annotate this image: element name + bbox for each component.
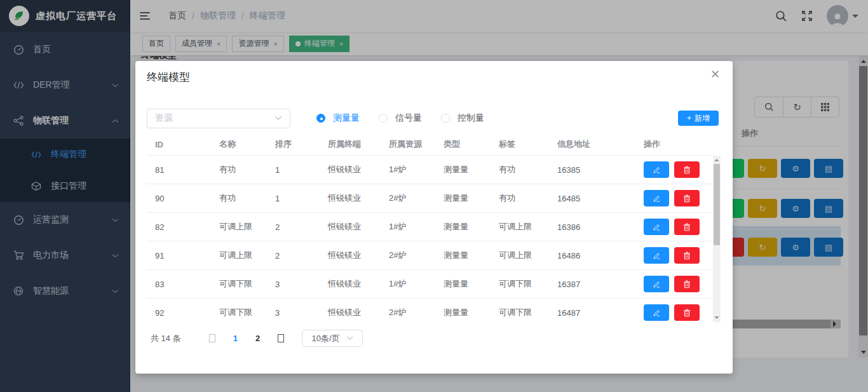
delete-button[interactable] <box>674 276 700 292</box>
radio-signal[interactable]: 信号量 <box>379 112 422 124</box>
table-cell: 16385 <box>557 165 644 175</box>
table-cell: 2#炉 <box>389 250 444 261</box>
table-cell: 1#炉 <box>389 278 444 290</box>
table-cell: 91 <box>155 251 219 260</box>
table-cell: 1#炉 <box>389 221 444 233</box>
resource-select[interactable]: 资源 <box>147 109 290 128</box>
table-cell: 1 <box>275 165 328 175</box>
table-cell: 测量量 <box>444 193 499 204</box>
delete-button[interactable] <box>674 190 700 206</box>
dialog-title: 终端模型 <box>147 70 190 84</box>
row-actions <box>644 247 712 264</box>
table-cell: 测量量 <box>444 221 499 233</box>
radio-measurement[interactable]: 测量量 <box>316 112 360 124</box>
plus-icon: + <box>687 114 691 123</box>
table-cell: 测量量 <box>444 307 499 318</box>
table-cell: 82 <box>155 222 219 232</box>
table-row: 90有功1恒锐镁业2#炉测量量有功16485 <box>147 184 712 213</box>
prev-page-button[interactable] <box>209 334 215 342</box>
page-number[interactable]: 1 <box>233 334 238 343</box>
table-cell: 2 <box>275 251 328 260</box>
table-cell: 有功 <box>499 164 557 175</box>
table-cell: 2 <box>275 222 328 232</box>
table-scrollbar[interactable] <box>713 156 721 322</box>
table-cell: 3 <box>275 308 328 318</box>
table-cell: 81 <box>155 165 219 175</box>
table-cell: 16485 <box>557 194 644 203</box>
table-row: 91可调上限2恒锐镁业2#炉测量量可调上限16486 <box>147 241 712 270</box>
scrollbar-thumb[interactable] <box>714 164 720 245</box>
table-cell: 可调下限 <box>219 278 275 290</box>
table-cell: 92 <box>155 308 219 318</box>
add-button-label: 新增 <box>695 113 710 124</box>
table-cell: 16386 <box>557 222 644 232</box>
column-header: 类型 <box>444 139 499 150</box>
column-header: 所属终端 <box>328 139 389 150</box>
edit-button[interactable] <box>644 276 669 292</box>
table-cell: 16387 <box>557 280 644 289</box>
scroll-up-icon[interactable] <box>713 156 721 163</box>
delete-button[interactable] <box>674 161 700 178</box>
edit-button[interactable] <box>644 247 669 264</box>
radio-icon <box>316 114 325 123</box>
add-button[interactable]: + 新增 <box>678 111 719 126</box>
table-cell: 可调上限 <box>219 250 275 261</box>
table-cell: 1 <box>275 194 328 203</box>
table-cell: 可调上限 <box>219 221 275 233</box>
page-size-select[interactable]: 10条/页 <box>302 330 363 347</box>
filter-row: 资源 测量量 信号量 控制量 + 新增 <box>147 108 719 128</box>
close-icon[interactable]: ✕ <box>710 69 720 80</box>
table-cell: 90 <box>155 194 219 203</box>
scroll-down-icon[interactable] <box>713 314 721 322</box>
table-cell: 16486 <box>557 251 644 260</box>
column-header: 名称 <box>219 139 275 150</box>
table-cell: 恒锐镁业 <box>328 221 389 233</box>
table-cell: 可调下限 <box>499 307 557 318</box>
radio-icon <box>441 114 450 123</box>
chevron-down-icon <box>346 336 353 341</box>
column-header: 操作 <box>644 139 712 150</box>
edit-button[interactable] <box>644 190 669 206</box>
page-size-label: 10条/页 <box>312 333 340 344</box>
table-cell: 测量量 <box>444 250 499 261</box>
page-number[interactable]: 2 <box>255 334 260 343</box>
table-cell: 测量量 <box>444 164 499 175</box>
table-row: 92可调下限3恒锐镁业2#炉测量量可调下限16487 <box>147 299 712 322</box>
column-header: ID <box>155 140 219 149</box>
select-placeholder: 资源 <box>155 112 173 124</box>
table-cell: 2#炉 <box>389 307 444 318</box>
edit-button[interactable] <box>644 161 669 178</box>
table-cell: 恒锐镁业 <box>328 307 389 318</box>
radio-label: 信号量 <box>395 112 422 124</box>
column-header: 标签 <box>499 139 557 150</box>
table-cell: 有功 <box>499 193 557 204</box>
table-cell: 测量量 <box>444 278 499 290</box>
total-count: 共 14 条 <box>151 333 181 344</box>
radio-control[interactable]: 控制量 <box>441 112 484 124</box>
table-cell: 恒锐镁业 <box>328 250 389 261</box>
table-cell: 可调下限 <box>219 307 275 318</box>
table-cell: 可调上限 <box>499 250 557 261</box>
table-cell: 3 <box>275 280 328 289</box>
table-rows: 81有功1恒锐镁业1#炉测量量有功1638590有功1恒锐镁业2#炉测量量有功1… <box>147 156 712 322</box>
table-cell: 恒锐镁业 <box>328 164 389 175</box>
column-header: 排序 <box>275 139 328 150</box>
table-row: 82可调上限2恒锐镁业1#炉测量量可调上限16386 <box>147 213 712 241</box>
type-radio-group: 测量量 信号量 控制量 <box>316 112 484 124</box>
edit-button[interactable] <box>644 219 669 235</box>
table-cell: 1#炉 <box>389 164 444 175</box>
column-header: 信息地址 <box>557 139 644 150</box>
table-cell: 有功 <box>219 164 275 175</box>
edit-button[interactable] <box>644 304 669 321</box>
delete-button[interactable] <box>674 247 700 264</box>
table-row: 83可调下限3恒锐镁业1#炉测量量可调下限16387 <box>147 270 712 299</box>
table-cell: 可调上限 <box>499 221 557 233</box>
delete-button[interactable] <box>674 219 700 235</box>
radio-icon <box>379 114 388 123</box>
table-cell: 2#炉 <box>389 193 444 204</box>
delete-button[interactable] <box>674 304 700 321</box>
table-cell: 可调下限 <box>499 278 557 290</box>
next-page-button[interactable] <box>278 334 284 342</box>
table-cell: 有功 <box>219 193 275 204</box>
table-body: 81有功1恒锐镁业1#炉测量量有功1638590有功1恒锐镁业2#炉测量量有功1… <box>147 156 721 322</box>
